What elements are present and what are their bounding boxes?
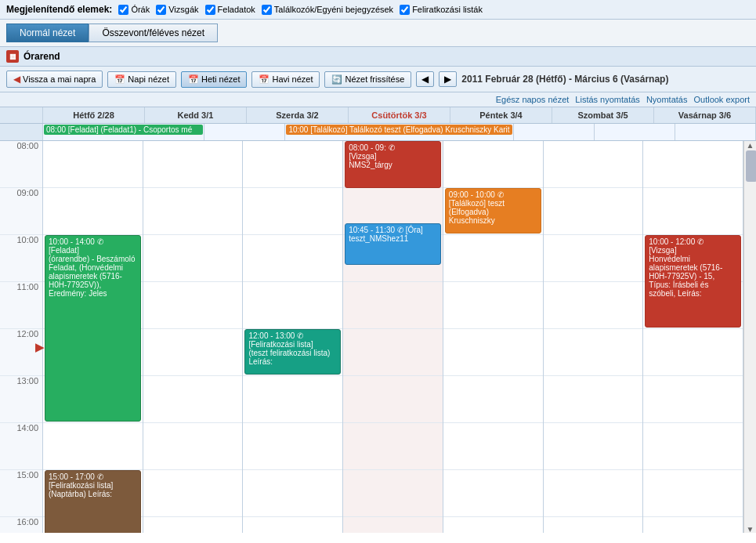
event-orange-4[interactable]: 09:00 - 10:00 ✆[Találkozó] teszt (Elfoga… xyxy=(445,188,541,233)
hour-6-1 xyxy=(643,188,743,235)
hour-3-3 xyxy=(343,282,443,329)
next-week-button[interactable]: ▶ xyxy=(439,71,457,87)
filter-feliratkozasi-checkbox[interactable] xyxy=(400,5,410,15)
allday-cell-0: 08:00 [Feladat] (Feladat1) - Csoportos m… xyxy=(43,124,204,140)
back-today-label: Vissza a mai napra xyxy=(23,74,96,84)
back-today-button[interactable]: ◀ Vissza a mai napra xyxy=(6,71,103,88)
filter-feliratkozasi-label: Feliratkozási listák xyxy=(412,5,483,14)
filter-talalkozok-checkbox[interactable] xyxy=(262,5,272,15)
calendar-wrapper: Hétfő 2/28 Kedd 3/1 Szerda 3/2 Csütörtök… xyxy=(0,107,756,533)
day-header-2: Szerda 3/2 xyxy=(247,107,349,123)
hour-3-6 xyxy=(343,423,443,470)
week-view-label: Heti nézet xyxy=(201,74,241,84)
day-header-6: Vasárnap 3/6 xyxy=(654,107,756,123)
time-label-1600: 16:00 xyxy=(0,517,42,533)
combined-view-button[interactable]: Összevont/féléves nézet xyxy=(89,24,218,42)
allday-cell-4 xyxy=(514,124,595,140)
filter-talalkozok: Találkozók/Egyéni bejegyzések xyxy=(262,5,393,15)
month-view-label: Havi nézet xyxy=(272,74,313,84)
event-green-0[interactable]: 10:00 - 14:00 ✆[Feladat](órarendbe) - Be… xyxy=(45,235,141,422)
filter-feladatok-checkbox[interactable] xyxy=(205,5,215,15)
hour-1-6 xyxy=(143,423,243,470)
scroll-down-button[interactable]: ▼ xyxy=(744,525,756,533)
allday-row: 08:00 [Feladat] (Feladat1) - Csoportos m… xyxy=(0,124,756,141)
filter-feladatok-label: Feladatok xyxy=(218,5,255,14)
event-blue-3[interactable]: 10:45 - 11:30 ✆ [Óra] teszt_NMShez11 xyxy=(345,223,441,265)
hour-6-6 xyxy=(643,423,743,470)
day-col-5 xyxy=(544,141,644,533)
hour-2-5 xyxy=(243,376,342,423)
list-print-link[interactable]: Listás nyomtatás xyxy=(575,95,640,104)
hour-1-0 xyxy=(143,141,243,188)
day-headers: Hétfő 2/28 Kedd 3/1 Szerda 3/2 Csütörtök… xyxy=(0,107,756,124)
allday-event-green[interactable]: 08:00 [Feladat] (Feladat1) - Csoportos m… xyxy=(44,125,203,135)
time-label-1500: 15:00 xyxy=(0,470,42,517)
hour-4-6 xyxy=(443,423,543,470)
event-red-6[interactable]: 10:00 - 12:00 ✆[Vizsga]Honvédelmi alapis… xyxy=(645,235,741,328)
allday-cell-5 xyxy=(595,124,675,140)
back-today-icon: ◀ xyxy=(13,74,20,85)
hour-3-7 xyxy=(343,470,443,517)
hour-1-3 xyxy=(143,282,243,329)
toolbar-row2: Egész napos nézet Listás nyomtatás Nyomt… xyxy=(0,92,756,107)
hour-5-5 xyxy=(544,376,643,423)
allday-cell-3: 10:00 [Találkozó] Találkozó teszt (Elfog… xyxy=(285,124,513,140)
print-link[interactable]: Nyomtatás xyxy=(646,95,688,104)
hour-4-8 xyxy=(443,517,543,533)
date-range: 2011 Február 28 (Hétfő) - Március 6 (Vas… xyxy=(461,74,668,85)
allday-label-cell xyxy=(0,124,43,140)
hour-2-2 xyxy=(243,235,342,282)
view-toggle-bar: Normál nézet Összevont/féléves nézet xyxy=(0,20,756,47)
scroll-arrow: ▶ xyxy=(35,341,44,353)
day-header-1: Kedd 3/1 xyxy=(145,107,247,123)
scrollbar[interactable]: ▲ ▼ xyxy=(743,141,756,533)
event-red-3[interactable]: 08:00 - 09: ✆[Vizsga]NMS2_tárgy xyxy=(345,141,441,188)
hour-5-1 xyxy=(544,188,643,235)
scrollbar-thumb[interactable] xyxy=(746,150,756,182)
filter-orak-checkbox[interactable] xyxy=(118,5,128,15)
week-view-button[interactable]: 📅 Heti nézet xyxy=(181,71,248,88)
time-label-1100: 11:00 xyxy=(0,282,42,329)
prev-week-button[interactable]: ◀ xyxy=(416,71,434,87)
filter-vizsgak: Vizsgák xyxy=(156,5,198,15)
time-labels: 08:00 09:00 10:00 11:00 12:00 13:00 14:0… xyxy=(0,141,43,533)
month-view-button[interactable]: 📅 Havi nézet xyxy=(251,71,320,88)
refresh-button[interactable]: 🔄 Nézet frissítése xyxy=(324,71,411,88)
hour-1-5 xyxy=(143,376,243,423)
hour-6-7 xyxy=(643,470,743,517)
event-brown-0[interactable]: 15:00 - 17:00 ✆[Feliratkozási lista](Nap… xyxy=(45,470,141,533)
hour-1-2 xyxy=(143,235,243,282)
day-col-3: 08:00 - 09: ✆[Vizsga]NMS2_tárgy 10:45 - … xyxy=(343,141,443,533)
outlook-export-link[interactable]: Outlook export xyxy=(693,95,750,104)
hour-2-6 xyxy=(243,423,342,470)
hour-6-8 xyxy=(643,517,743,533)
hour-5-8 xyxy=(544,517,643,533)
filter-label: Megjelenítendő elemek: xyxy=(6,4,112,15)
hour-0-1 xyxy=(43,188,143,235)
time-grid: 08:00 09:00 10:00 11:00 12:00 13:00 14:0… xyxy=(0,141,756,533)
scroll-up-button[interactable]: ▲ xyxy=(744,141,756,149)
normal-view-button[interactable]: Normál nézet xyxy=(6,24,89,42)
month-view-icon: 📅 xyxy=(259,74,269,85)
filter-vizsgak-checkbox[interactable] xyxy=(156,5,166,15)
hour-6-0 xyxy=(643,141,743,188)
day-col-1 xyxy=(143,141,244,533)
event-teal-2[interactable]: 12:00 - 13:00 ✆[Feliratkozási lista](tes… xyxy=(244,329,341,375)
day-header-5: Szombat 3/5 xyxy=(552,107,654,123)
hour-2-7 xyxy=(243,470,342,517)
section-header: ▦ Órarend xyxy=(0,47,756,67)
filter-feladatok: Feladatok xyxy=(205,5,255,15)
time-label-1300: 13:00 xyxy=(0,376,42,423)
hour-2-1 xyxy=(243,188,342,235)
allday-event-orange[interactable]: 10:00 [Találkozó] Találkozó teszt (Elfog… xyxy=(286,125,512,135)
hour-3-8 xyxy=(343,517,443,533)
time-label-900: 09:00 xyxy=(0,188,42,235)
full-day-link[interactable]: Egész napos nézet xyxy=(496,95,570,104)
day-view-button[interactable]: 📅 Napi nézet xyxy=(107,71,176,88)
hour-6-5 xyxy=(643,376,743,423)
hour-2-3 xyxy=(243,282,342,329)
hour-4-2 xyxy=(443,235,543,282)
time-label-1000: 10:00 xyxy=(0,235,42,282)
filter-feliratkozasi: Feliratkozási listák xyxy=(400,5,483,15)
calendar-icon: ▦ xyxy=(6,50,19,63)
